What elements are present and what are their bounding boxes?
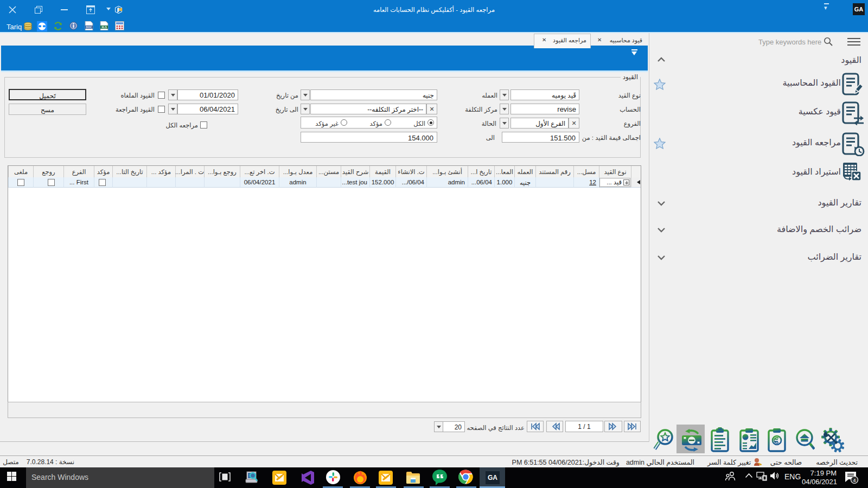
svg-text:XLS: XLS (101, 25, 107, 29)
svg-text:DOC: DOC (86, 25, 92, 29)
svg-text:4: 4 (853, 478, 856, 483)
